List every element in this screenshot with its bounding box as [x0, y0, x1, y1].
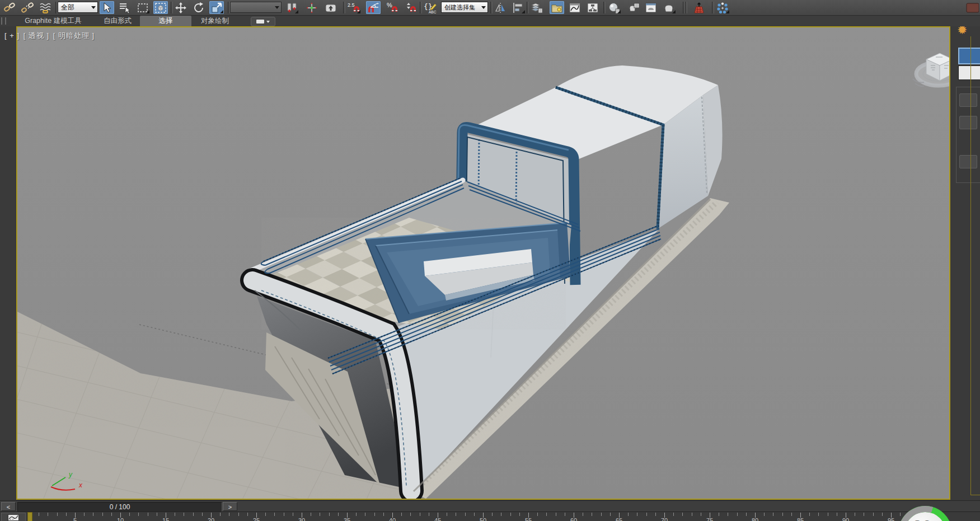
frame-tick [837, 513, 837, 516]
panel-button-fragment[interactable] [959, 93, 977, 107]
frame-tick [519, 513, 520, 516]
frame-tick [247, 513, 248, 516]
viewport-menu-label[interactable]: [ + ] [4, 31, 20, 40]
rendered-frame-icon [645, 2, 657, 14]
frame-tick [537, 513, 538, 516]
civil-view-button[interactable] [692, 1, 706, 14]
next-frame-button[interactable]: > [223, 502, 237, 511]
select-by-name-button[interactable] [118, 1, 132, 14]
selection-filter-value: 全部 [61, 3, 74, 12]
selection-filter-dropdown[interactable]: 全部 [58, 2, 98, 13]
select-object-button[interactable] [100, 1, 114, 14]
mini-curve-editor-icon [8, 514, 19, 521]
ribbon-tab-object-paint[interactable]: 对象绘制 [194, 16, 236, 26]
select-and-link-button[interactable] [2, 1, 17, 14]
frame-tick [265, 513, 266, 516]
frame-tick-label: 95 [888, 517, 894, 521]
frame-tick-label: 80 [752, 517, 758, 521]
open-mini-curve-editor-button[interactable] [1, 513, 26, 521]
align-button[interactable] [511, 1, 526, 14]
use-pivot-point-center-button[interactable] [284, 1, 299, 14]
toggle-scene-explorer-button[interactable] [550, 1, 564, 14]
spinner-snap-toggle-button[interactable] [403, 1, 418, 14]
ribbon-minimize-button[interactable] [251, 17, 275, 26]
workspace: z y y x [ + ] [ 透视 ] [ 明暗处理 ] ✹ [0, 26, 980, 500]
frame-tick [546, 513, 547, 516]
frame-tick-label: 55 [525, 517, 532, 521]
viewport-3d-scene[interactable]: z y y x [17, 27, 949, 499]
svg-text:y: y [68, 471, 73, 478]
reference-coordinate-system-dropdown[interactable] [230, 2, 282, 13]
frame-tick [401, 513, 402, 516]
edit-named-selection-sets-button[interactable]: {} ABC [423, 1, 438, 14]
keyboard-shortcut-override-button[interactable] [323, 1, 338, 14]
perspective-viewport[interactable]: z y y x [ + ] [ 透视 ] [ 明暗处理 ] [16, 26, 950, 500]
frame-tick-label: 15 [162, 517, 169, 521]
window-crossing-toggle-button[interactable] [153, 1, 168, 14]
frame-tick [692, 513, 692, 516]
docked-toolbar-partial-button[interactable] [964, 1, 980, 14]
frame-tick [465, 513, 466, 516]
render-setup-icon [626, 2, 640, 14]
previous-frame-button[interactable]: < [1, 502, 16, 511]
frame-tick [583, 513, 583, 516]
partial-icon [965, 2, 979, 14]
svg-text:%: % [387, 2, 392, 8]
frame-tick [39, 513, 39, 516]
select-by-name-icon [119, 2, 131, 14]
panel-color-swatch-white[interactable] [958, 65, 980, 80]
mirror-icon [494, 2, 507, 14]
frame-tick [93, 513, 93, 516]
frame-tick [864, 513, 864, 516]
progress-value: 26 [913, 517, 931, 521]
rendered-frame-window-button[interactable] [644, 1, 658, 14]
frame-tick [782, 513, 783, 516]
rectangular-selection-region-button[interactable] [135, 1, 150, 14]
chevron-down-icon [91, 6, 96, 9]
select-and-uniform-scale-button[interactable] [209, 1, 224, 14]
track-bar[interactable]: 0510152025303540455055606570758085909510… [0, 511, 980, 521]
frame-ruler[interactable]: 0510152025303540455055606570758085909510… [26, 512, 980, 521]
viewport-view-label[interactable]: [ 透视 ] [24, 31, 49, 40]
bind-to-space-warp-button[interactable] [38, 1, 53, 14]
toolbar-separator [343, 2, 345, 13]
frame-tick [111, 513, 112, 516]
ribbon-tab-freeform[interactable]: 自由形式 [96, 16, 139, 26]
select-and-rotate-button[interactable] [191, 1, 206, 14]
mirror-button[interactable] [493, 1, 508, 14]
viewport-shading-label[interactable]: [ 明暗处理 ] [53, 31, 95, 40]
frame-tick [356, 513, 357, 516]
particle-view-button[interactable] [715, 1, 730, 14]
panel-button-fragment[interactable] [959, 116, 977, 129]
snaps-toggle-button[interactable]: 2.5 [346, 1, 361, 14]
keyboard-key-icon [325, 2, 337, 14]
schematic-view-button[interactable] [585, 1, 600, 14]
panel-color-swatch-blue[interactable] [958, 48, 980, 64]
frame-tick [510, 513, 511, 516]
space-warp-icon [39, 2, 51, 14]
frame-tick-label: 50 [480, 517, 486, 521]
curve-editor-button[interactable] [568, 1, 582, 14]
named-selection-sets-dropdown[interactable]: 创建选择集 [441, 2, 488, 13]
frame-tick [410, 513, 411, 516]
ribbon-tab-selection[interactable]: 选择 [140, 16, 191, 26]
current-frame-marker[interactable] [27, 512, 32, 521]
render-production-button[interactable] [662, 1, 676, 14]
percent-snap-toggle-button[interactable]: % [385, 1, 400, 14]
ribbon-tab-graphite[interactable]: Graphite 建模工具 [17, 16, 90, 26]
panel-button-fragment[interactable] [959, 155, 977, 168]
select-and-manipulate-button[interactable] [304, 1, 319, 14]
ribbon-grip[interactable] [1, 17, 6, 25]
frame-tick [48, 513, 48, 516]
material-editor-button[interactable] [607, 1, 621, 14]
frame-tick [764, 513, 765, 516]
manage-layers-button[interactable] [529, 1, 544, 14]
render-setup-button[interactable] [626, 1, 640, 14]
select-and-move-button[interactable] [174, 1, 188, 14]
frame-tick [420, 513, 420, 516]
unlink-selection-button[interactable] [20, 1, 35, 14]
viewport-label[interactable]: [ + ] [ 透视 ] [ 明暗处理 ] [4, 31, 96, 41]
angle-snap-toggle-button[interactable] [366, 1, 381, 14]
time-slider-frame-display[interactable]: 0 / 100 [17, 502, 222, 512]
time-slider[interactable]: < 0 / 100 > [0, 500, 980, 512]
